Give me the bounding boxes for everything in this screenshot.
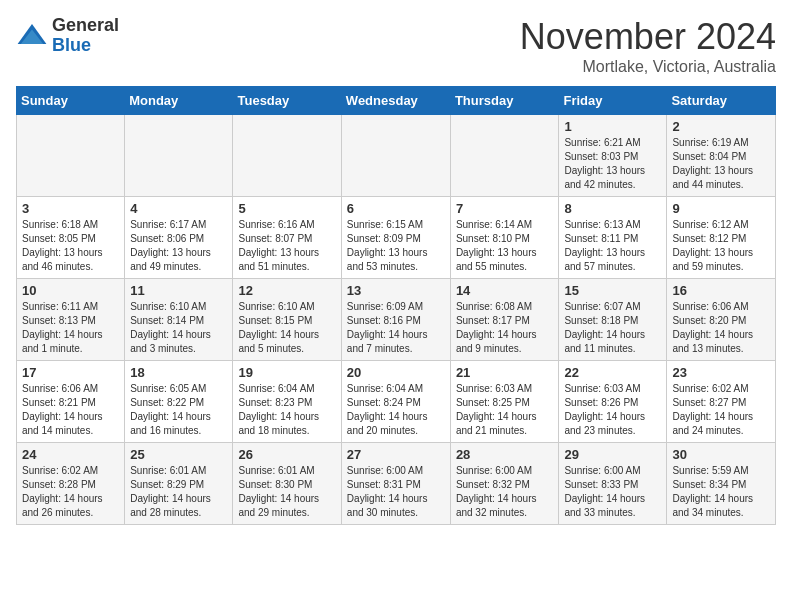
day-info: Sunrise: 6:11 AMSunset: 8:13 PMDaylight:… [22,301,103,354]
day-info: Sunrise: 6:01 AMSunset: 8:29 PMDaylight:… [130,465,211,518]
calendar-cell: 19 Sunrise: 6:04 AMSunset: 8:23 PMDaylig… [233,361,341,443]
calendar-cell: 21 Sunrise: 6:03 AMSunset: 8:25 PMDaylig… [450,361,559,443]
col-header-tuesday: Tuesday [233,87,341,115]
day-number: 21 [456,365,554,380]
calendar-cell: 10 Sunrise: 6:11 AMSunset: 8:13 PMDaylig… [17,279,125,361]
calendar-cell: 20 Sunrise: 6:04 AMSunset: 8:24 PMDaylig… [341,361,450,443]
calendar-cell: 13 Sunrise: 6:09 AMSunset: 8:16 PMDaylig… [341,279,450,361]
calendar-cell: 6 Sunrise: 6:15 AMSunset: 8:09 PMDayligh… [341,197,450,279]
day-info: Sunrise: 6:04 AMSunset: 8:23 PMDaylight:… [238,383,319,436]
logo-blue: Blue [52,36,119,56]
day-number: 23 [672,365,770,380]
day-number: 27 [347,447,445,462]
day-number: 30 [672,447,770,462]
day-info: Sunrise: 6:16 AMSunset: 8:07 PMDaylight:… [238,219,319,272]
calendar-cell [450,115,559,197]
calendar-cell: 16 Sunrise: 6:06 AMSunset: 8:20 PMDaylig… [667,279,776,361]
day-info: Sunrise: 6:09 AMSunset: 8:16 PMDaylight:… [347,301,428,354]
day-number: 18 [130,365,227,380]
day-number: 7 [456,201,554,216]
logo-icon [16,20,48,52]
calendar-week-row: 1 Sunrise: 6:21 AMSunset: 8:03 PMDayligh… [17,115,776,197]
day-info: Sunrise: 6:02 AMSunset: 8:27 PMDaylight:… [672,383,753,436]
logo: General Blue [16,16,119,56]
calendar-cell: 11 Sunrise: 6:10 AMSunset: 8:14 PMDaylig… [125,279,233,361]
day-number: 1 [564,119,661,134]
day-info: Sunrise: 6:00 AMSunset: 8:31 PMDaylight:… [347,465,428,518]
calendar-cell: 5 Sunrise: 6:16 AMSunset: 8:07 PMDayligh… [233,197,341,279]
calendar-cell: 12 Sunrise: 6:10 AMSunset: 8:15 PMDaylig… [233,279,341,361]
day-number: 6 [347,201,445,216]
logo-general: General [52,16,119,36]
day-number: 19 [238,365,335,380]
day-info: Sunrise: 6:05 AMSunset: 8:22 PMDaylight:… [130,383,211,436]
day-info: Sunrise: 6:21 AMSunset: 8:03 PMDaylight:… [564,137,645,190]
day-number: 24 [22,447,119,462]
location-title: Mortlake, Victoria, Australia [520,58,776,76]
day-info: Sunrise: 6:00 AMSunset: 8:33 PMDaylight:… [564,465,645,518]
calendar-cell: 27 Sunrise: 6:00 AMSunset: 8:31 PMDaylig… [341,443,450,525]
day-info: Sunrise: 6:02 AMSunset: 8:28 PMDaylight:… [22,465,103,518]
day-number: 29 [564,447,661,462]
col-header-sunday: Sunday [17,87,125,115]
title-block: November 2024 Mortlake, Victoria, Austra… [520,16,776,76]
day-info: Sunrise: 5:59 AMSunset: 8:34 PMDaylight:… [672,465,753,518]
col-header-saturday: Saturday [667,87,776,115]
day-info: Sunrise: 6:08 AMSunset: 8:17 PMDaylight:… [456,301,537,354]
calendar-week-row: 3 Sunrise: 6:18 AMSunset: 8:05 PMDayligh… [17,197,776,279]
day-number: 2 [672,119,770,134]
day-info: Sunrise: 6:04 AMSunset: 8:24 PMDaylight:… [347,383,428,436]
calendar-cell: 25 Sunrise: 6:01 AMSunset: 8:29 PMDaylig… [125,443,233,525]
calendar-cell: 3 Sunrise: 6:18 AMSunset: 8:05 PMDayligh… [17,197,125,279]
day-number: 4 [130,201,227,216]
day-number: 17 [22,365,119,380]
day-info: Sunrise: 6:06 AMSunset: 8:21 PMDaylight:… [22,383,103,436]
calendar-cell: 15 Sunrise: 6:07 AMSunset: 8:18 PMDaylig… [559,279,667,361]
day-number: 22 [564,365,661,380]
day-number: 26 [238,447,335,462]
day-info: Sunrise: 6:14 AMSunset: 8:10 PMDaylight:… [456,219,537,272]
calendar-table: SundayMondayTuesdayWednesdayThursdayFrid… [16,86,776,525]
day-info: Sunrise: 6:01 AMSunset: 8:30 PMDaylight:… [238,465,319,518]
day-info: Sunrise: 6:10 AMSunset: 8:14 PMDaylight:… [130,301,211,354]
col-header-thursday: Thursday [450,87,559,115]
calendar-cell [233,115,341,197]
day-number: 25 [130,447,227,462]
calendar-cell: 22 Sunrise: 6:03 AMSunset: 8:26 PMDaylig… [559,361,667,443]
calendar-cell: 24 Sunrise: 6:02 AMSunset: 8:28 PMDaylig… [17,443,125,525]
day-number: 20 [347,365,445,380]
calendar-cell: 8 Sunrise: 6:13 AMSunset: 8:11 PMDayligh… [559,197,667,279]
calendar-cell: 28 Sunrise: 6:00 AMSunset: 8:32 PMDaylig… [450,443,559,525]
calendar-cell [17,115,125,197]
day-info: Sunrise: 6:18 AMSunset: 8:05 PMDaylight:… [22,219,103,272]
calendar-cell [125,115,233,197]
logo-text: General Blue [52,16,119,56]
col-header-wednesday: Wednesday [341,87,450,115]
calendar-cell: 30 Sunrise: 5:59 AMSunset: 8:34 PMDaylig… [667,443,776,525]
day-number: 8 [564,201,661,216]
calendar-cell: 23 Sunrise: 6:02 AMSunset: 8:27 PMDaylig… [667,361,776,443]
page-header: General Blue November 2024 Mortlake, Vic… [16,16,776,76]
day-info: Sunrise: 6:06 AMSunset: 8:20 PMDaylight:… [672,301,753,354]
calendar-cell [341,115,450,197]
calendar-cell: 7 Sunrise: 6:14 AMSunset: 8:10 PMDayligh… [450,197,559,279]
calendar-cell: 18 Sunrise: 6:05 AMSunset: 8:22 PMDaylig… [125,361,233,443]
month-title: November 2024 [520,16,776,58]
day-number: 15 [564,283,661,298]
calendar-cell: 14 Sunrise: 6:08 AMSunset: 8:17 PMDaylig… [450,279,559,361]
calendar-cell: 26 Sunrise: 6:01 AMSunset: 8:30 PMDaylig… [233,443,341,525]
day-number: 3 [22,201,119,216]
calendar-cell: 2 Sunrise: 6:19 AMSunset: 8:04 PMDayligh… [667,115,776,197]
day-info: Sunrise: 6:19 AMSunset: 8:04 PMDaylight:… [672,137,753,190]
day-number: 11 [130,283,227,298]
calendar-cell: 4 Sunrise: 6:17 AMSunset: 8:06 PMDayligh… [125,197,233,279]
day-number: 9 [672,201,770,216]
day-number: 13 [347,283,445,298]
day-number: 16 [672,283,770,298]
calendar-week-row: 17 Sunrise: 6:06 AMSunset: 8:21 PMDaylig… [17,361,776,443]
day-info: Sunrise: 6:15 AMSunset: 8:09 PMDaylight:… [347,219,428,272]
day-info: Sunrise: 6:12 AMSunset: 8:12 PMDaylight:… [672,219,753,272]
day-info: Sunrise: 6:03 AMSunset: 8:26 PMDaylight:… [564,383,645,436]
day-info: Sunrise: 6:13 AMSunset: 8:11 PMDaylight:… [564,219,645,272]
calendar-header-row: SundayMondayTuesdayWednesdayThursdayFrid… [17,87,776,115]
